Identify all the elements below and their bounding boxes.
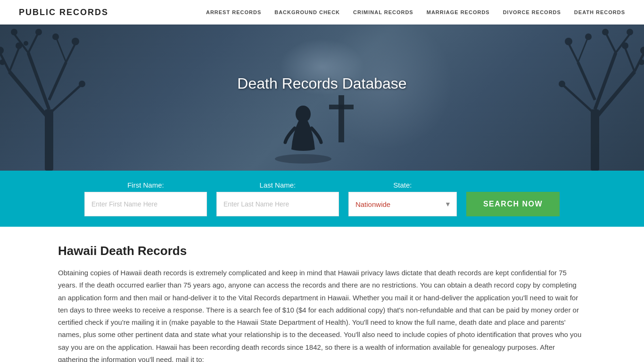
- last-name-label: Last Name:: [216, 181, 339, 189]
- svg-point-11: [0, 47, 4, 54]
- svg-rect-39: [339, 95, 344, 142]
- svg-line-3: [49, 62, 66, 100]
- hero-title: Death Records Database: [237, 75, 406, 92]
- nav-criminal-records[interactable]: CRIMINAL RECORDS: [353, 9, 413, 15]
- svg-line-28: [606, 34, 616, 53]
- last-name-input[interactable]: [216, 192, 339, 216]
- svg-line-27: [616, 34, 630, 53]
- first-name-field: First Name:: [84, 181, 207, 216]
- state-select[interactable]: Nationwide Alabama Alaska Arizona Arkans…: [348, 192, 457, 216]
- svg-line-6: [9, 48, 19, 72]
- svg-point-12: [16, 42, 22, 49]
- site-logo: PUBLIC RECORDS: [19, 8, 108, 17]
- last-name-field: Last Name:: [216, 181, 339, 216]
- svg-point-34: [602, 29, 609, 35]
- svg-point-19: [24, 41, 28, 46]
- hero-section: Death Records Database: [0, 25, 644, 171]
- svg-line-9: [66, 43, 75, 62]
- svg-point-32: [622, 42, 628, 49]
- svg-rect-40: [329, 105, 354, 109]
- first-name-label: First Name:: [84, 181, 207, 189]
- svg-line-10: [57, 39, 66, 62]
- svg-line-29: [569, 43, 578, 62]
- svg-line-23: [578, 62, 595, 100]
- svg-point-13: [11, 29, 17, 35]
- svg-point-36: [585, 33, 592, 40]
- svg-point-15: [72, 38, 79, 45]
- search-section: First Name: Last Name: State: Nationwide…: [0, 171, 644, 227]
- svg-point-35: [565, 38, 572, 45]
- svg-point-41: [296, 106, 311, 123]
- nav-arrest-records[interactable]: ARREST RECORDS: [206, 9, 261, 15]
- svg-point-37: [559, 81, 565, 87]
- svg-line-2: [28, 53, 49, 109]
- state-select-wrapper: Nationwide Alabama Alaska Arizona Arkans…: [348, 192, 457, 216]
- site-header: PUBLIC RECORDS ARREST RECORDS BACKGROUND…: [0, 0, 644, 25]
- svg-point-14: [35, 29, 42, 35]
- search-now-button[interactable]: SEARCH NOW: [466, 192, 560, 216]
- state-field: State: Nationwide Alabama Alaska Arizona…: [348, 181, 457, 216]
- state-label: State:: [348, 181, 457, 189]
- main-nav: ARREST RECORDS BACKGROUND CHECK CRIMINAL…: [206, 9, 625, 15]
- tree-right-silhouette: [540, 25, 644, 171]
- content-heading: Hawaii Death Records: [58, 244, 586, 258]
- svg-line-8: [28, 34, 38, 53]
- content-body: Obtaining copies of Hawaii death records…: [58, 267, 586, 362]
- svg-line-30: [578, 39, 587, 62]
- nav-divorce-records[interactable]: DIVORCE RECORDS: [503, 9, 561, 15]
- svg-point-31: [640, 47, 644, 54]
- svg-line-26: [625, 48, 635, 72]
- nav-background-check[interactable]: BACKGROUND CHECK: [274, 9, 340, 15]
- svg-line-22: [595, 53, 616, 109]
- tree-left-silhouette: [0, 25, 104, 171]
- nav-marriage-records[interactable]: MARRIAGE RECORDS: [427, 9, 490, 15]
- svg-point-16: [52, 33, 59, 40]
- svg-point-42: [275, 154, 331, 164]
- svg-point-17: [79, 81, 85, 87]
- svg-point-33: [627, 29, 633, 35]
- first-name-input[interactable]: [84, 192, 207, 216]
- nav-death-records[interactable]: DEATH RECORDS: [574, 9, 625, 15]
- main-content: Hawaii Death Records Obtaining copies of…: [39, 227, 605, 362]
